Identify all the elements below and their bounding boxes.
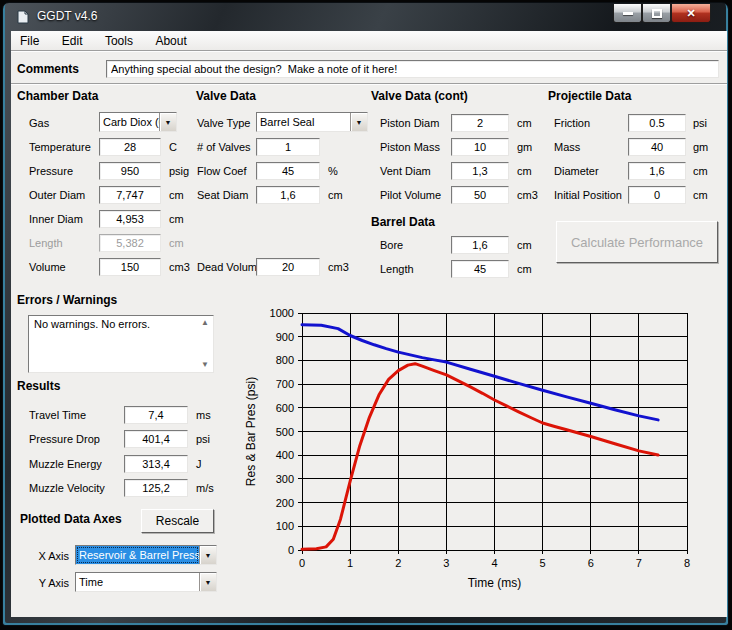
rescale-button[interactable]: Rescale bbox=[141, 509, 214, 533]
window-controls: ✕ bbox=[613, 4, 711, 23]
svg-text:700: 700 bbox=[276, 378, 294, 390]
num-valves-input[interactable] bbox=[256, 138, 320, 156]
divider bbox=[11, 83, 727, 85]
svg-text:0: 0 bbox=[299, 557, 305, 569]
svg-text:800: 800 bbox=[276, 354, 294, 366]
muzzle-velocity-value[interactable] bbox=[124, 479, 188, 497]
y-axis-label: Y Axis bbox=[25, 574, 69, 592]
menu-item-edit[interactable]: Edit bbox=[53, 32, 92, 51]
flow-coef-label: Flow Coef bbox=[197, 162, 247, 180]
svg-text:200: 200 bbox=[276, 497, 294, 509]
svg-text:0: 0 bbox=[288, 544, 294, 556]
piston-mass-input[interactable] bbox=[451, 138, 509, 156]
svg-text:500: 500 bbox=[276, 426, 294, 438]
piston-diam-label: Piston Diam bbox=[380, 114, 439, 132]
maximize-button[interactable] bbox=[642, 4, 671, 23]
comments-input[interactable] bbox=[106, 60, 719, 78]
x-axis-select-value: Reservoir & Barrel Pressu bbox=[76, 546, 199, 564]
valve-data-cont-header: Valve Data (cont) bbox=[371, 89, 468, 103]
pressure-unit: psig bbox=[169, 162, 189, 180]
svg-text:6: 6 bbox=[588, 557, 594, 569]
friction-label: Friction bbox=[554, 114, 590, 132]
window-title: GGDT v4.6 bbox=[37, 9, 97, 23]
seat-diam-input[interactable] bbox=[256, 186, 320, 204]
scroll-up-icon[interactable]: ▲ bbox=[201, 319, 209, 327]
errors-textarea[interactable]: No warnings. No errors. ▲ ▼ bbox=[28, 315, 214, 373]
svg-text:3: 3 bbox=[443, 557, 449, 569]
outer-diam-label: Outer Diam bbox=[29, 186, 85, 204]
pilot-volume-label: Pilot Volume bbox=[380, 186, 441, 204]
temperature-label: Temperature bbox=[29, 138, 91, 156]
valve-type-select-value: Barrel Seal bbox=[257, 113, 350, 131]
volume-input[interactable] bbox=[99, 258, 161, 276]
diameter-unit: cm bbox=[693, 162, 708, 180]
chamber-length-unit: cm bbox=[169, 234, 184, 252]
piston-diam-input[interactable] bbox=[451, 114, 509, 132]
dead-volume-unit: cm3 bbox=[328, 258, 349, 276]
y-axis-select[interactable]: Time ▼ bbox=[75, 572, 217, 592]
scroll-down-icon[interactable]: ▼ bbox=[201, 361, 209, 369]
svg-text:2: 2 bbox=[395, 557, 401, 569]
dead-volume-label: Dead Volume bbox=[197, 258, 263, 276]
svg-text:1: 1 bbox=[347, 557, 353, 569]
bore-label: Bore bbox=[380, 236, 403, 254]
chevron-down-icon: ▼ bbox=[199, 573, 216, 591]
client-area: File Edit Tools About Comments Chamber D… bbox=[11, 31, 727, 617]
barrel-length-unit: cm bbox=[517, 260, 532, 278]
menu-item-file[interactable]: File bbox=[11, 32, 48, 51]
app-window: GGDT v4.6 ✕ File Edit Tools About Commen… bbox=[0, 0, 732, 630]
minimize-button[interactable] bbox=[613, 4, 642, 23]
valve-type-label: Valve Type bbox=[197, 114, 250, 132]
maximize-icon bbox=[652, 9, 662, 18]
inner-diam-label: Inner Diam bbox=[29, 210, 83, 228]
piston-mass-unit: gm bbox=[517, 138, 532, 156]
gas-select[interactable]: Carb Diox (CO ▼ bbox=[99, 112, 177, 132]
travel-time-label: Travel Time bbox=[29, 406, 86, 424]
gas-label: Gas bbox=[29, 114, 49, 132]
dead-volume-input[interactable] bbox=[256, 258, 320, 276]
inner-diam-input[interactable] bbox=[99, 210, 161, 228]
muzzle-velocity-label: Muzzle Velocity bbox=[29, 479, 105, 497]
comments-label: Comments bbox=[17, 62, 79, 76]
temperature-unit: C bbox=[169, 138, 177, 156]
calculate-performance-button[interactable]: Calculate Performance bbox=[556, 221, 718, 263]
svg-text:Res & Bar Pres (psi): Res & Bar Pres (psi) bbox=[244, 377, 258, 486]
barrel-length-input[interactable] bbox=[451, 260, 509, 278]
svg-text:8: 8 bbox=[684, 557, 690, 569]
volume-label: Volume bbox=[29, 258, 66, 276]
pilot-volume-input[interactable] bbox=[451, 186, 509, 204]
friction-input[interactable] bbox=[628, 114, 686, 132]
seat-diam-unit: cm bbox=[328, 186, 343, 204]
vent-diam-unit: cm bbox=[517, 162, 532, 180]
valve-type-select[interactable]: Barrel Seal ▼ bbox=[256, 112, 368, 132]
svg-text:Time (ms): Time (ms) bbox=[468, 576, 522, 590]
svg-text:1000: 1000 bbox=[270, 307, 294, 319]
menu-item-about[interactable]: About bbox=[146, 32, 195, 51]
initial-position-label: Initial Position bbox=[554, 186, 622, 204]
outer-diam-input[interactable] bbox=[99, 186, 161, 204]
flow-coef-input[interactable] bbox=[256, 162, 320, 180]
outer-diam-unit: cm bbox=[169, 186, 184, 204]
muzzle-energy-value[interactable] bbox=[124, 455, 188, 473]
travel-time-value[interactable] bbox=[124, 406, 188, 424]
temperature-input[interactable] bbox=[99, 138, 161, 156]
menu-bar: File Edit Tools About bbox=[11, 31, 727, 51]
x-axis-select[interactable]: Reservoir & Barrel Pressu ▼ bbox=[75, 545, 217, 565]
plotted-data-axes-header: Plotted Data Axes bbox=[20, 512, 122, 526]
diameter-input[interactable] bbox=[628, 162, 686, 180]
pressure-label: Pressure bbox=[29, 162, 73, 180]
svg-text:5: 5 bbox=[540, 557, 546, 569]
close-button[interactable]: ✕ bbox=[671, 4, 711, 23]
vent-diam-input[interactable] bbox=[451, 162, 509, 180]
bore-input[interactable] bbox=[451, 236, 509, 254]
valve-data-header: Valve Data bbox=[196, 89, 256, 103]
pressure-drop-value[interactable] bbox=[124, 430, 188, 448]
mass-input[interactable] bbox=[628, 138, 686, 156]
x-axis-label: X Axis bbox=[25, 547, 69, 565]
menu-item-tools[interactable]: Tools bbox=[96, 32, 142, 51]
initial-position-input[interactable] bbox=[628, 186, 686, 204]
chamber-data-header: Chamber Data bbox=[17, 89, 98, 103]
pressure-input[interactable] bbox=[99, 162, 161, 180]
svg-text:4: 4 bbox=[491, 557, 497, 569]
pressure-chart: 0123456780100200300400500600700800900100… bbox=[243, 303, 723, 603]
